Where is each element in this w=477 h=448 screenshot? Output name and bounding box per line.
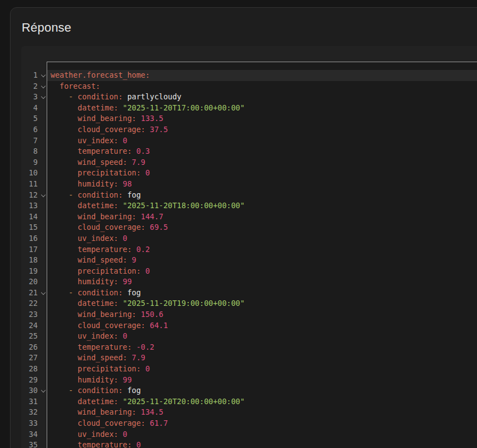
code-line-content[interactable]: cloud_coverage: 37.5 (47, 124, 477, 135)
token-str: "2025-11-20T19:00:00+00:00" (123, 299, 244, 308)
line-gutter: 13 (21, 200, 47, 212)
fold-chevron-icon[interactable] (41, 389, 46, 393)
code-line-content[interactable]: humidity: 99 (47, 375, 477, 386)
token-plain (51, 245, 78, 254)
line-number: 17 (29, 245, 38, 254)
token-key: precipitation: (78, 266, 141, 275)
code-line-content[interactable]: wind_bearing: 150.6 (47, 309, 477, 320)
code-line-content[interactable]: datetime: "2025-11-20T19:00:00+00:00" (47, 298, 477, 309)
code-line: 33 cloud_coverage: 61.7 (21, 418, 477, 429)
code-line-content[interactable]: cloud_coverage: 64.1 (47, 320, 477, 331)
code-line-content[interactable]: temperature: 0 (47, 440, 477, 448)
token-key: wind_bearing: (78, 212, 137, 221)
code-line: 23 wind_bearing: 150.6 (21, 309, 477, 320)
code-line-content[interactable]: datetime: "2025-11-20T20:00:00+00:00" (47, 396, 477, 407)
code-line-content[interactable]: forecast: (47, 81, 477, 92)
code-line-content[interactable]: - condition: fog (47, 385, 477, 396)
token-plain (51, 234, 78, 243)
line-gutter: 9 (21, 157, 47, 168)
code-line-content[interactable]: wind_speed: 9 (47, 255, 477, 266)
code-line: 25 uv_index: 0 (21, 331, 477, 342)
line-number: 28 (29, 364, 38, 373)
line-gutter: 27 (21, 353, 47, 364)
code-line: 29 humidity: 99 (21, 375, 477, 386)
line-number: 33 (29, 419, 38, 427)
code-line-content[interactable]: wind_speed: 7.9 (47, 157, 477, 168)
token-key: condition: (78, 190, 123, 199)
code-line-content[interactable]: temperature: -0.2 (47, 342, 477, 353)
code-line: 6 cloud_coverage: 37.5 (21, 124, 477, 135)
code-line-content[interactable]: wind_speed: 7.9 (47, 353, 477, 364)
fold-chevron-icon[interactable] (41, 84, 46, 89)
code-line-content[interactable]: wind_bearing: 134.5 (47, 407, 477, 418)
token-plain (51, 407, 78, 416)
page-title: Réponse (22, 20, 71, 36)
code-line: 35 temperature: 0 (21, 440, 477, 448)
token-plain: fog (123, 288, 141, 297)
code-line-content[interactable]: precipitation: 0 (47, 266, 477, 277)
token-plain (51, 168, 78, 177)
line-number: 25 (29, 331, 38, 340)
line-number: 35 (29, 440, 38, 448)
line-number: 22 (29, 299, 38, 308)
code-line-content[interactable]: temperature: 0.2 (47, 244, 477, 255)
code-line-content[interactable]: datetime: "2025-11-20T18:00:00+00:00" (47, 200, 477, 212)
line-number: 16 (29, 234, 38, 243)
line-gutter: 34 (21, 429, 47, 440)
token-plain (141, 364, 145, 373)
code-line: 28 precipitation: 0 (21, 364, 477, 375)
code-line-content[interactable]: datetime: "2025-11-20T17:00:00+00:00" (47, 103, 477, 114)
line-gutter: 3 (21, 92, 47, 103)
token-plain (118, 179, 123, 188)
token-key: condition: (78, 386, 123, 395)
line-number: 26 (29, 343, 38, 351)
code-line-content[interactable]: weather.forecast_home: (47, 70, 477, 81)
token-key: precipitation: (78, 364, 141, 373)
line-number: 23 (29, 310, 38, 319)
code-line-content[interactable]: temperature: 0.3 (47, 146, 477, 157)
code-line-content[interactable]: - condition: fog (47, 288, 477, 299)
token-num: 7.9 (132, 158, 145, 167)
token-key: precipitation: (78, 168, 141, 177)
token-plain (51, 92, 69, 101)
code-line-content[interactable]: - condition: partlycloudy (47, 92, 477, 103)
code-line-content[interactable]: precipitation: 0 (47, 168, 477, 179)
yaml-editor[interactable]: 1weather.forecast_home:2 forecast:3 - co… (21, 62, 477, 448)
code-line: 1weather.forecast_home: (21, 70, 477, 81)
code-line-content[interactable]: cloud_coverage: 61.7 (47, 418, 477, 429)
line-gutter: 17 (21, 244, 47, 255)
fold-chevron-icon[interactable] (41, 193, 46, 198)
token-plain (51, 343, 78, 351)
line-gutter: 30 (21, 385, 47, 396)
token-key: uv_index: (78, 331, 118, 340)
fold-chevron-icon[interactable] (41, 73, 46, 78)
token-plain (51, 364, 78, 373)
token-plain (51, 440, 78, 448)
line-number: 3 (33, 92, 38, 101)
code-line-content[interactable]: uv_index: 0 (47, 135, 477, 147)
code-line-content[interactable]: uv_index: 0 (47, 429, 477, 440)
code-line-content[interactable]: humidity: 98 (47, 179, 477, 190)
code-line-content[interactable]: wind_bearing: 133.5 (47, 113, 477, 124)
line-number: 5 (33, 114, 38, 123)
code-line-content[interactable]: precipitation: 0 (47, 364, 477, 375)
code-line-content[interactable]: cloud_coverage: 69.5 (47, 222, 477, 233)
response-card: Réponse 1weather.forecast_home:2 forecas… (10, 7, 477, 448)
token-num: 98 (123, 179, 132, 188)
code-line: 4 datetime: "2025-11-20T17:00:00+00:00" (21, 103, 477, 114)
token-plain (51, 386, 69, 395)
token-num: 69.5 (150, 223, 168, 231)
fold-chevron-icon[interactable] (41, 95, 46, 99)
token-plain (51, 136, 78, 145)
line-number: 20 (29, 277, 38, 286)
token-num: 144.7 (141, 212, 164, 221)
code-line-content[interactable]: uv_index: 0 (47, 233, 477, 244)
yaml-editor-panel: 1weather.forecast_home:2 forecast:3 - co… (21, 46, 477, 448)
code-line-content[interactable]: - condition: fog (47, 190, 477, 201)
code-line-content[interactable]: humidity: 99 (47, 276, 477, 288)
code-line-content[interactable]: wind_bearing: 144.7 (47, 212, 477, 223)
line-number: 27 (29, 353, 38, 362)
token-plain (118, 375, 123, 384)
fold-chevron-icon[interactable] (41, 291, 46, 295)
code-line-content[interactable]: uv_index: 0 (47, 331, 477, 342)
